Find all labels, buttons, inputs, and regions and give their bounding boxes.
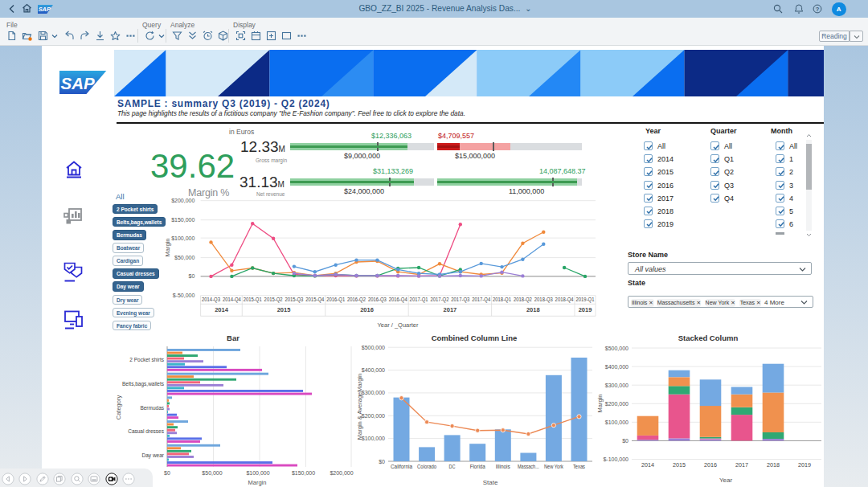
svg-text:$0: $0 xyxy=(622,438,628,444)
svg-text:2017: 2017 xyxy=(735,461,748,469)
svg-text:2016: 2016 xyxy=(704,461,717,469)
svg-text:Day wear: Day wear xyxy=(142,452,165,459)
svg-text:Bar: Bar xyxy=(227,334,240,342)
svg-text:Category: Category xyxy=(115,395,122,420)
svg-text:DC: DC xyxy=(449,464,456,469)
svg-text:$300,000: $300,000 xyxy=(362,390,385,395)
svg-text:2019: 2019 xyxy=(798,461,811,469)
svg-text:Belts,bags,wallets: Belts,bags,wallets xyxy=(122,381,165,387)
svg-text:Florida: Florida xyxy=(470,464,485,469)
svg-text:$100,000: $100,000 xyxy=(605,419,628,425)
svg-text:$50,000: $50,000 xyxy=(202,470,222,476)
svg-text:$0: $0 xyxy=(164,470,170,476)
svg-text:Year: Year xyxy=(719,477,733,484)
svg-text:Margin & AverageMargin: Margin & AverageMargin xyxy=(356,374,363,440)
svg-text:$-100,000: $-100,000 xyxy=(603,456,628,462)
svg-text:$200,000: $200,000 xyxy=(605,401,628,407)
svg-text:$100,000: $100,000 xyxy=(362,436,385,441)
svg-text:$500,000: $500,000 xyxy=(362,345,385,350)
svg-text:$150,000: $150,000 xyxy=(292,470,315,476)
svg-text:2015: 2015 xyxy=(673,461,686,469)
svg-text:Casual dresses: Casual dresses xyxy=(128,428,165,434)
svg-text:$400,000: $400,000 xyxy=(605,364,628,370)
svg-text:$100,000: $100,000 xyxy=(246,470,269,476)
svg-text:2018: 2018 xyxy=(767,461,780,469)
svg-text:Texas: Texas xyxy=(573,464,585,469)
svg-text:Margin: Margin xyxy=(596,395,604,413)
svg-text:Bermudas: Bermudas xyxy=(140,405,164,411)
svg-text:$0: $0 xyxy=(379,459,385,464)
svg-text:$500,000: $500,000 xyxy=(605,346,628,351)
svg-text:New York: New York xyxy=(544,464,563,469)
svg-text:$300,000: $300,000 xyxy=(605,383,628,388)
svg-text:Stacked Column: Stacked Column xyxy=(678,334,739,342)
svg-text:$200,000: $200,000 xyxy=(330,470,353,476)
svg-text:State: State xyxy=(483,479,498,486)
svg-text:$200,000: $200,000 xyxy=(362,413,385,419)
svg-text:2 Pocket shirts: 2 Pocket shirts xyxy=(129,357,164,362)
svg-text:Massach...: Massach... xyxy=(518,464,539,469)
svg-text:$400,000: $400,000 xyxy=(362,367,385,373)
svg-text:Illinois: Illinois xyxy=(496,464,510,469)
svg-text:Combined Column Line: Combined Column Line xyxy=(432,334,518,342)
svg-text:California: California xyxy=(391,464,412,469)
svg-text:Colorado: Colorado xyxy=(417,464,436,469)
svg-text:2014: 2014 xyxy=(641,461,654,469)
svg-text:Margin: Margin xyxy=(248,479,267,486)
